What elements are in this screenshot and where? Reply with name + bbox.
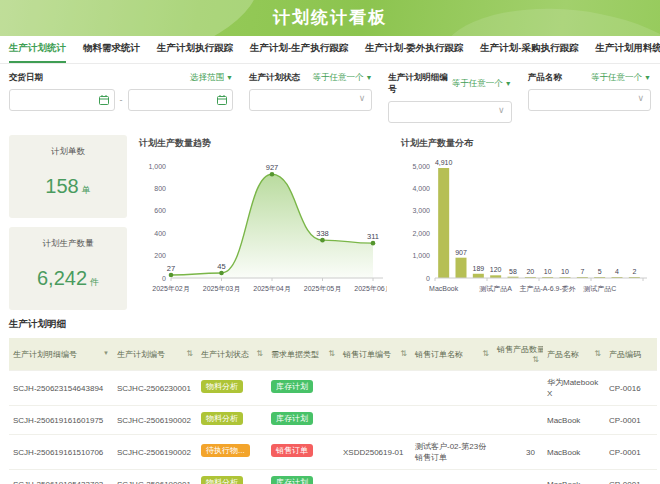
svg-text:200: 200 — [154, 252, 166, 259]
cell-plan-no: SCJHC-2506230001 — [113, 371, 197, 406]
column-header[interactable]: 产品编码 — [605, 338, 657, 371]
column-header[interactable]: 生产计划状态⇅ — [197, 338, 267, 371]
caret-down-icon: ▼ — [644, 74, 651, 81]
caret-down-icon: ▼ — [226, 74, 233, 81]
filter-operator-link[interactable]: 等于任意一个▼ — [452, 78, 512, 90]
svg-text:58: 58 — [509, 268, 517, 275]
cell-plan-status: 待执行物... — [197, 435, 267, 470]
svg-text:2025年05月: 2025年05月 — [304, 285, 341, 293]
tab-item[interactable]: 生产计划用料统计 — [596, 36, 660, 63]
svg-text:2025年06月: 2025年06月 — [354, 285, 387, 293]
column-header[interactable]: 生产计划编号⇅ — [113, 338, 197, 371]
filter-select[interactable]: ∨ — [388, 101, 511, 123]
date-separator: - — [120, 95, 123, 105]
svg-text:2025年04月: 2025年04月 — [253, 285, 290, 293]
filter-label-row: 生产计划状态等于任意一个▼ — [249, 72, 372, 84]
column-header-label: 生产计划状态 — [201, 350, 249, 359]
column-header-label: 销售产品数量 — [497, 345, 543, 354]
sort-icon: ⇅ — [328, 349, 335, 358]
column-header-label: 产品编码 — [609, 350, 641, 359]
column-header[interactable]: 生产计划明细编号▼ — [9, 338, 113, 371]
filter-operator-link[interactable]: 等于任意一个▼ — [591, 72, 651, 84]
column-header[interactable]: 销售产品数量⇅ — [493, 338, 543, 371]
cell-plan-no: SCJHC-2506190002 — [113, 435, 197, 470]
column-header[interactable]: 需求单据类型⇅ — [267, 338, 339, 371]
cell-product-qty — [493, 371, 543, 406]
date-range-link[interactable]: 选择范围▼ — [190, 72, 233, 84]
cell-order-no — [339, 371, 411, 406]
plan-detail-table: 生产计划明细编号▼生产计划编号⇅生产计划状态⇅需求单据类型⇅销售订单编号⇅销售订… — [9, 338, 657, 484]
calendar-icon — [98, 94, 110, 106]
svg-text:2025年03月: 2025年03月 — [203, 285, 240, 293]
cell-product-code: CP-0016 — [605, 371, 657, 406]
column-header-label: 产品名称 — [547, 350, 579, 359]
cell-product-qty: 30 — [493, 435, 543, 470]
stat-value-number: 158 — [45, 175, 78, 197]
tab-item[interactable]: 生产计划-委外执行跟踪 — [365, 36, 463, 63]
cell-product-qty — [493, 406, 543, 435]
date-from-input[interactable] — [9, 89, 115, 111]
cell-product-code: CP-0001 — [605, 470, 657, 484]
doc-type-badge: 库存计划 — [271, 476, 313, 484]
dashboard-page: 计划统计看板 生产计划统计物料需求统计生产计划执行跟踪生产计划-生产执行跟踪生产… — [0, 0, 660, 484]
column-header-label: 生产计划编号 — [117, 350, 165, 359]
stat-card-title: 计划生产数量 — [9, 238, 127, 250]
svg-text:907: 907 — [455, 249, 467, 256]
banner: 计划统计看板 — [0, 0, 660, 36]
distribution-chart-title: 计划生产数量分布 — [401, 137, 651, 150]
svg-text:主产品-A-6.9-委外: 主产品-A-6.9-委外 — [519, 284, 575, 293]
filter-select[interactable]: ∨ — [249, 89, 372, 111]
cell-plan-detail-no: SCJH-250619105433703 — [9, 470, 113, 484]
filter-operator-link[interactable]: 等于任意一个▼ — [312, 72, 372, 84]
svg-text:10: 10 — [544, 268, 552, 275]
distribution-chart-panel: 计划生产数量分布 01,0002,0003,0004,0005,0004,910… — [399, 135, 651, 310]
cell-order-name: 测试客户-02-第23份销售订单 — [411, 435, 493, 470]
tab-item[interactable]: 生产计划-生产执行跟踪 — [250, 36, 348, 63]
chevron-down-icon: ∨ — [637, 93, 644, 103]
cell-doc-type: 库存计划 — [267, 371, 339, 406]
table-row: SCJH-250623154643894SCJHC-2506230001物料分析… — [9, 371, 657, 406]
svg-text:45: 45 — [217, 262, 225, 271]
filter-bar: 交货日期 选择范围▼ - — [0, 64, 660, 133]
svg-text:4: 4 — [615, 268, 619, 275]
cell-product-qty — [493, 470, 543, 484]
tab-item[interactable]: 生产计划执行跟踪 — [157, 36, 233, 63]
cell-plan-status: 物料分析 — [197, 406, 267, 435]
column-header-label: 销售订单名称 — [415, 350, 463, 359]
filter-select[interactable]: ∨ — [528, 89, 651, 111]
column-header[interactable]: 产品名称⇅ — [543, 338, 605, 371]
tab-item[interactable]: 生产计划-采购执行跟踪 — [480, 36, 578, 63]
table-row: SCJH-250619105433703SCJHC-2506190001物料分析… — [9, 470, 657, 484]
svg-text:120: 120 — [490, 266, 502, 273]
cell-order-name — [411, 470, 493, 484]
column-header[interactable]: 销售订单名称⇅ — [411, 338, 493, 371]
tab-item[interactable]: 物料需求统计 — [83, 36, 140, 63]
svg-text:800: 800 — [154, 185, 166, 192]
column-header[interactable]: 销售订单编号⇅ — [339, 338, 411, 371]
svg-text:927: 927 — [266, 163, 279, 172]
cell-order-no — [339, 406, 411, 435]
sort-icon: ⇅ — [186, 349, 193, 358]
trend-line-chart: 02004006008001,0002025年02月2025年03月2025年0… — [137, 150, 387, 306]
cell-order-name — [411, 406, 493, 435]
cell-plan-detail-no: SCJH-250623154643894 — [9, 371, 113, 406]
svg-text:27: 27 — [167, 264, 175, 273]
caret-down-icon: ▼ — [365, 74, 372, 81]
tab-item[interactable]: 生产计划统计 — [9, 36, 66, 63]
cell-product-code: CP-0001 — [605, 435, 657, 470]
svg-text:5,000: 5,000 — [412, 163, 430, 170]
cell-order-no — [339, 470, 411, 484]
filter-label: 生产计划状态 — [249, 72, 300, 84]
stat-value-unit: 单 — [82, 185, 91, 195]
svg-text:2,000: 2,000 — [412, 230, 430, 237]
trend-chart-title: 计划生产数量趋势 — [139, 137, 389, 150]
svg-text:3,000: 3,000 — [412, 207, 430, 214]
svg-text:5: 5 — [598, 268, 602, 275]
svg-text:338: 338 — [316, 229, 329, 238]
cell-plan-status: 物料分析 — [197, 371, 267, 406]
date-to-input[interactable] — [128, 89, 234, 111]
stat-cards-column: 计划单数158单计划生产数量6,242件 — [9, 135, 127, 310]
status-badge: 物料分析 — [201, 412, 243, 425]
cell-plan-no: SCJHC-2506190001 — [113, 470, 197, 484]
svg-text:189: 189 — [472, 265, 484, 272]
